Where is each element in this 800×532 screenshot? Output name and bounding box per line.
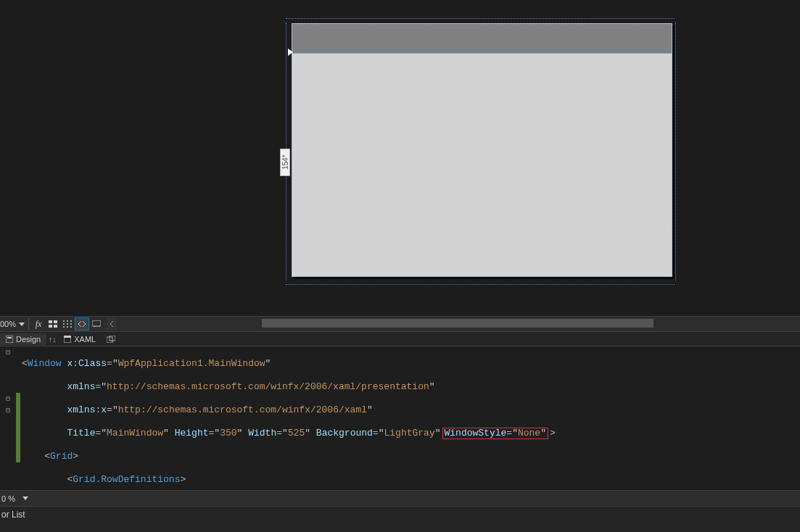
annotations-button[interactable] bbox=[89, 317, 104, 331]
tab-xaml-label: XAML bbox=[74, 335, 96, 344]
svg-rect-17 bbox=[64, 336, 71, 338]
swap-panes-button[interactable]: ↑↓ bbox=[46, 335, 58, 344]
svg-rect-15 bbox=[7, 337, 12, 338]
svg-point-7 bbox=[63, 323, 65, 325]
editor-zoom-label: 0 % bbox=[1, 494, 15, 503]
tab-design-label: Design bbox=[16, 335, 41, 344]
svg-point-6 bbox=[70, 320, 72, 322]
highlighted-attribute: WindowStyle="None" bbox=[442, 428, 548, 439]
outline-gutter[interactable]: ⊟ ⊟ ⊟ bbox=[0, 346, 16, 489]
row-adorner-icon[interactable] bbox=[288, 49, 293, 56]
design-canvas[interactable] bbox=[292, 23, 675, 280]
svg-rect-0 bbox=[49, 320, 52, 323]
svg-point-5 bbox=[67, 320, 68, 322]
collapse-toggle[interactable]: ⊟ bbox=[0, 404, 16, 416]
pane-tabstrip: Design ↑↓ XAML bbox=[0, 332, 800, 346]
effects-button[interactable]: fx bbox=[31, 317, 46, 331]
designer-toolbar: 00% fx bbox=[0, 316, 800, 332]
svg-rect-14 bbox=[6, 336, 13, 343]
zoom-dropdown[interactable] bbox=[17, 317, 26, 331]
editor-zoom-dropdown[interactable] bbox=[21, 491, 30, 506]
design-icon bbox=[6, 336, 13, 343]
scroll-left-button[interactable] bbox=[107, 317, 117, 331]
designer-surface[interactable]: 154* bbox=[0, 0, 800, 315]
zoom-label: 00% bbox=[0, 320, 17, 328]
svg-rect-13 bbox=[92, 320, 101, 326]
row-size-badge[interactable]: 154* bbox=[280, 149, 290, 176]
grid-layout-button[interactable] bbox=[46, 317, 60, 331]
window-preview[interactable] bbox=[292, 23, 672, 277]
horizontal-scrollbar[interactable] bbox=[107, 317, 800, 331]
collapse-toggle[interactable]: ⊟ bbox=[0, 346, 16, 358]
svg-point-8 bbox=[67, 323, 68, 325]
scroll-thumb[interactable] bbox=[262, 319, 653, 328]
popout-button[interactable] bbox=[104, 333, 117, 345]
tab-design[interactable]: Design bbox=[0, 333, 46, 345]
svg-rect-1 bbox=[54, 320, 57, 323]
row-divider-guide bbox=[292, 53, 672, 54]
xaml-icon bbox=[64, 336, 71, 343]
code-content[interactable]: <Window x:Class="WpfApplication1.MainWin… bbox=[20, 346, 800, 489]
svg-point-10 bbox=[63, 326, 65, 328]
snap-grid-button[interactable] bbox=[60, 317, 75, 331]
bartitle-panel[interactable] bbox=[292, 24, 672, 53]
svg-point-12 bbox=[70, 326, 72, 328]
collapse-toggle[interactable]: ⊟ bbox=[0, 393, 16, 404]
snap-lines-button[interactable] bbox=[75, 317, 89, 331]
xaml-editor[interactable]: ⊟ ⊟ ⊟ <Window x:Class="WpfApplication1.M… bbox=[0, 346, 800, 489]
svg-point-9 bbox=[70, 323, 72, 325]
editor-footer-toolbar: 0 % bbox=[0, 490, 800, 506]
svg-point-11 bbox=[67, 326, 68, 328]
svg-point-4 bbox=[63, 320, 65, 322]
error-list-panel: or List bbox=[0, 506, 800, 532]
tab-xaml[interactable]: XAML bbox=[58, 333, 102, 345]
svg-rect-3 bbox=[54, 325, 57, 328]
svg-rect-2 bbox=[49, 325, 52, 328]
error-list-title[interactable]: or List bbox=[1, 510, 25, 520]
